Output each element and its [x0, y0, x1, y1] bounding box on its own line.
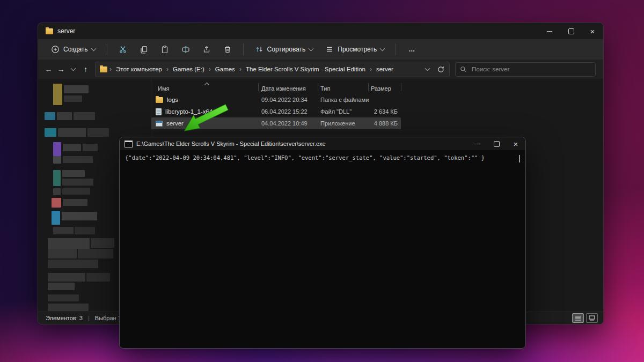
console-close-button[interactable]: × — [506, 137, 525, 150]
censored-block — [62, 188, 90, 195]
address-dropdown-icon[interactable] — [425, 66, 430, 71]
toolbar-divider — [243, 43, 244, 55]
up-button[interactable]: ↑ — [79, 63, 92, 76]
file-type: Приложение — [318, 120, 368, 127]
thumbnail-view-button[interactable] — [586, 313, 598, 323]
censored-block — [64, 95, 82, 102]
thumbnail-view-icon — [589, 315, 595, 321]
maximize-icon — [568, 28, 574, 34]
censored-block — [62, 179, 93, 186]
censored-block — [91, 238, 114, 248]
file-size: 2 634 КБ — [368, 108, 401, 115]
censored-block — [62, 170, 85, 177]
search-box[interactable] — [455, 62, 596, 77]
copy-button[interactable] — [135, 42, 152, 56]
chevron-down-icon — [309, 46, 314, 51]
toolbar-divider — [107, 43, 107, 55]
column-divider[interactable] — [258, 83, 259, 91]
censored-block — [63, 199, 87, 206]
censored-block — [58, 128, 86, 137]
censored-block — [48, 294, 79, 301]
censored-block — [64, 85, 89, 93]
console-window: E:\Games\The Elder Scrolls V Skyrim - Sp… — [119, 137, 526, 349]
folder-icon — [46, 28, 53, 34]
breadcrumb-item[interactable]: server — [374, 65, 396, 73]
console-scrollbar[interactable] — [519, 155, 520, 162]
column-headers: Имя Дата изменения Тип Размер — [151, 81, 603, 94]
close-button[interactable]: × — [582, 23, 603, 39]
paste-button[interactable] — [156, 42, 173, 56]
sort-button[interactable]: Сортировать — [251, 42, 318, 56]
plus-circle-icon — [51, 45, 60, 54]
censored-block — [53, 188, 61, 195]
column-header-size[interactable]: Размер — [368, 85, 401, 94]
search-input[interactable] — [471, 65, 591, 73]
breadcrumb-separator-icon: › — [368, 65, 374, 73]
censored-block — [62, 212, 97, 220]
column-divider[interactable] — [401, 83, 401, 91]
console-app-icon — [125, 141, 133, 147]
censored-block — [78, 249, 113, 258]
censored-block — [53, 142, 61, 156]
scissors-icon — [119, 45, 127, 54]
more-options-button[interactable]: … — [403, 46, 421, 53]
maximize-button[interactable] — [560, 23, 582, 39]
recent-locations-button[interactable] — [67, 63, 79, 76]
censored-block — [52, 211, 60, 225]
file-name: logs — [167, 97, 178, 103]
censored-block — [74, 112, 95, 120]
share-icon — [202, 45, 211, 54]
maximize-icon — [494, 141, 500, 147]
censored-block — [63, 156, 93, 163]
censored-block — [53, 156, 61, 164]
breadcrumb-separator-icon: › — [107, 65, 114, 73]
window-title: server — [57, 27, 75, 35]
address-bar-row: ← → ↑ ›Этот компьютер›Games (E:)›Games›T… — [38, 60, 603, 79]
censored-block — [57, 112, 72, 120]
file-type: Файл "DLL" — [318, 108, 368, 115]
rename-button[interactable] — [177, 42, 194, 56]
new-button[interactable]: Создать — [47, 42, 100, 56]
share-button[interactable] — [198, 42, 215, 56]
folder-icon — [156, 97, 163, 103]
censored-block — [53, 227, 74, 234]
breadcrumb-separator-icon: › — [164, 65, 171, 73]
desktop-wallpaper: server × Создать — [0, 0, 644, 362]
minimize-button[interactable] — [539, 23, 560, 39]
breadcrumb-item[interactable]: The Elder Scrolls V Skyrim - Special Edi… — [244, 65, 368, 73]
censored-block — [52, 198, 61, 208]
breadcrumb-items: ›Этот компьютер›Games (E:)›Games›The Eld… — [107, 65, 396, 73]
search-icon — [460, 66, 467, 73]
censored-block — [48, 283, 75, 290]
trash-icon — [223, 45, 232, 54]
back-button[interactable]: ← — [42, 63, 55, 76]
breadcrumb-item[interactable]: Games — [213, 65, 237, 73]
censored-block — [75, 227, 95, 234]
console-output: {"date":"2022-04-09 20:34:04,481", "leve… — [120, 150, 525, 165]
column-header-type[interactable]: Тип — [318, 85, 368, 94]
delete-button[interactable] — [219, 42, 236, 56]
address-bar[interactable]: ›Этот компьютер›Games (E:)›Games›The Eld… — [95, 62, 450, 77]
sort-icon — [255, 45, 264, 54]
view-button-label: Просмотреть — [338, 46, 377, 53]
file-size: 4 888 КБ — [368, 120, 401, 127]
minimize-icon — [474, 144, 480, 144]
column-header-name[interactable]: Имя — [151, 85, 259, 94]
view-button[interactable]: Просмотреть — [321, 42, 389, 56]
column-header-date[interactable]: Дата изменения — [259, 85, 318, 94]
cut-button[interactable] — [114, 42, 131, 56]
breadcrumb-item[interactable]: Этот компьютер — [114, 65, 164, 73]
clipboard-icon — [160, 45, 169, 54]
console-maximize-button[interactable] — [487, 137, 506, 150]
refresh-icon[interactable] — [437, 65, 445, 73]
breadcrumb-separator-icon: › — [237, 65, 244, 73]
censored-block — [48, 260, 98, 268]
column-divider[interactable] — [318, 83, 318, 91]
column-divider[interactable] — [368, 83, 369, 91]
censored-block — [48, 273, 85, 282]
forward-button[interactable]: → — [55, 63, 67, 76]
status-divider: | — [88, 315, 90, 321]
console-minimize-button[interactable] — [467, 137, 487, 150]
details-view-button[interactable] — [572, 313, 584, 323]
breadcrumb-item[interactable]: Games (E:) — [171, 65, 207, 73]
